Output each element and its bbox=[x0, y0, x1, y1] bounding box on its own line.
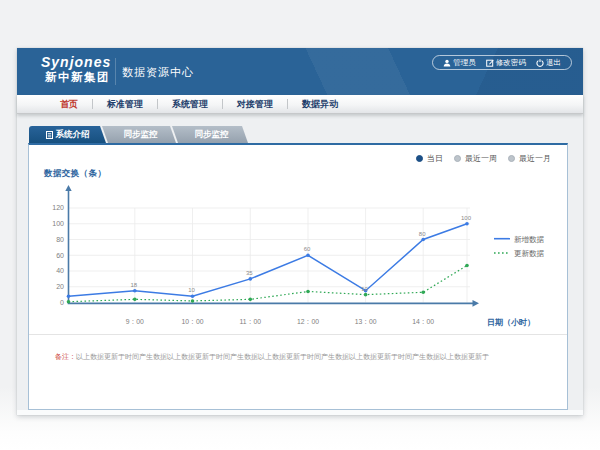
tab-sync-monitor-2[interactable]: 同步监控 bbox=[170, 126, 248, 143]
svg-text:11：00: 11：00 bbox=[240, 318, 262, 325]
svg-text:14：00: 14：00 bbox=[412, 318, 434, 325]
logo-text-cn: 新中新集团 bbox=[45, 70, 110, 85]
footnote-text: 以上数据更新于时间产生数据以上数据更新于时间产生数据以上数据更新于时间产生数据以… bbox=[76, 353, 489, 360]
svg-text:数据交换（条）: 数据交换（条） bbox=[43, 167, 106, 177]
svg-text:60: 60 bbox=[56, 251, 64, 258]
line-chart: 0204060801001209：0010：0011：0012：0013：001… bbox=[28, 143, 568, 410]
tab-label: 系统介绍 bbox=[56, 129, 90, 141]
user-toolbar: 管理员 修改密码 退出 bbox=[432, 55, 572, 70]
top-header: Synjones 新中新集团 数据资源中心 管理员 修改密码 退出 bbox=[17, 48, 583, 95]
svg-text:10: 10 bbox=[361, 285, 368, 291]
nav-item-2[interactable]: 系统管理 bbox=[158, 98, 222, 111]
svg-text:80: 80 bbox=[56, 235, 64, 242]
svg-text:18: 18 bbox=[130, 281, 137, 287]
svg-text:10：00: 10：00 bbox=[182, 318, 204, 325]
app-title: 数据资源中心 bbox=[122, 65, 194, 80]
svg-text:日期（小时）: 日期（小时） bbox=[487, 317, 535, 326]
svg-text:10: 10 bbox=[188, 287, 195, 293]
svg-text:9：00: 9：00 bbox=[126, 318, 144, 325]
footnote-prefix: 备注： bbox=[55, 353, 76, 360]
nav-item-0[interactable]: 首页 bbox=[46, 98, 92, 111]
tab-label: 同步监控 bbox=[124, 129, 158, 141]
svg-text:35: 35 bbox=[246, 269, 253, 275]
svg-text:60: 60 bbox=[304, 246, 311, 252]
nav-item-4[interactable]: 数据异动 bbox=[288, 98, 352, 111]
edit-icon bbox=[486, 59, 494, 67]
change-password-label: 修改密码 bbox=[496, 58, 526, 68]
svg-text:80: 80 bbox=[419, 230, 426, 236]
document-icon bbox=[46, 131, 53, 139]
svg-text:100: 100 bbox=[461, 214, 472, 220]
svg-text:更新数据: 更新数据 bbox=[514, 248, 545, 257]
user-icon bbox=[443, 59, 451, 67]
admin-user-button[interactable]: 管理员 bbox=[443, 58, 476, 68]
header-divider bbox=[115, 58, 116, 85]
nav-item-1[interactable]: 标准管理 bbox=[93, 98, 157, 111]
admin-user-label: 管理员 bbox=[453, 58, 476, 68]
svg-text:12：00: 12：00 bbox=[297, 318, 319, 325]
note-divider bbox=[29, 334, 567, 335]
tab-label: 同步监控 bbox=[195, 129, 229, 141]
nav-item-3[interactable]: 对接管理 bbox=[223, 98, 287, 111]
svg-text:100: 100 bbox=[52, 220, 64, 227]
app-window: Synjones 新中新集团 数据资源中心 管理员 修改密码 退出 首页标准管理 bbox=[17, 48, 583, 415]
page-background: Synjones 新中新集团 数据资源中心 管理员 修改密码 退出 首页标准管理 bbox=[0, 0, 600, 450]
logout-label: 退出 bbox=[546, 58, 561, 68]
svg-text:40: 40 bbox=[56, 267, 64, 274]
svg-text:120: 120 bbox=[52, 204, 64, 211]
footnote: 备注：以上数据更新于时间产生数据以上数据更新于时间产生数据以上数据更新于时间产生… bbox=[55, 352, 565, 361]
svg-text:0: 0 bbox=[60, 298, 64, 305]
main-nav: 首页标准管理系统管理对接管理数据异动 bbox=[17, 95, 583, 114]
logo-text-en: Synjones bbox=[41, 54, 111, 70]
svg-text:新增数据: 新增数据 bbox=[514, 234, 545, 243]
svg-text:13：00: 13：00 bbox=[355, 318, 377, 325]
tab-system-intro[interactable]: 系统介绍 bbox=[29, 126, 106, 143]
logout-button[interactable]: 退出 bbox=[536, 58, 561, 68]
change-password-button[interactable]: 修改密码 bbox=[486, 58, 526, 68]
svg-text:20: 20 bbox=[56, 283, 64, 290]
tab-sync-monitor-1[interactable]: 同步监控 bbox=[100, 126, 176, 143]
power-icon bbox=[536, 59, 544, 67]
